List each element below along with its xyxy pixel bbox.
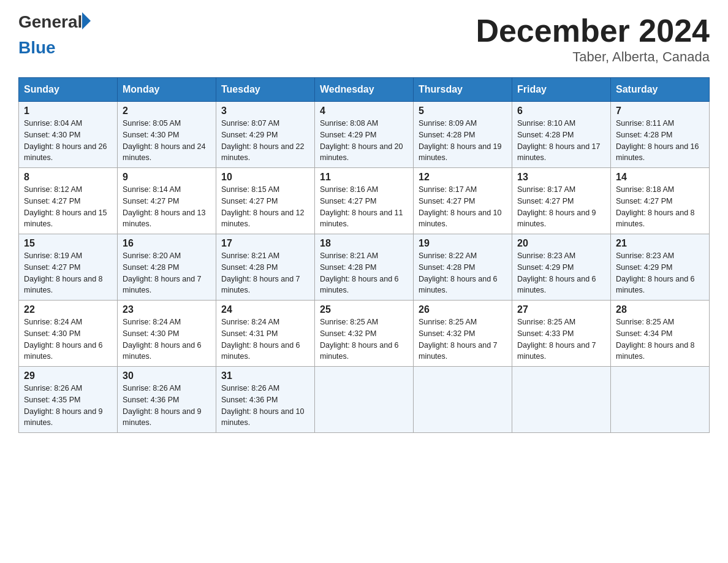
- day-number: 19: [419, 238, 507, 249]
- calendar-cell: 25 Sunrise: 8:25 AMSunset: 4:32 PMDaylig…: [315, 301, 414, 367]
- day-info: Sunrise: 8:26 AMSunset: 4:35 PMDaylight:…: [24, 384, 103, 427]
- day-info: Sunrise: 8:25 AMSunset: 4:34 PMDaylight:…: [616, 318, 695, 361]
- day-number: 22: [24, 304, 112, 315]
- day-number: 31: [221, 370, 309, 381]
- column-header-sunday: Sunday: [19, 78, 118, 102]
- day-number: 12: [419, 172, 507, 183]
- day-info: Sunrise: 8:21 AMSunset: 4:28 PMDaylight:…: [320, 251, 399, 294]
- logo-blue-text: Blue: [18, 38, 91, 58]
- day-info: Sunrise: 8:07 AMSunset: 4:29 PMDaylight:…: [221, 119, 305, 162]
- logo-general-text: General: [18, 12, 82, 32]
- day-number: 28: [616, 304, 704, 315]
- day-number: 21: [616, 238, 704, 249]
- page-header: General Blue December 2024 Taber, Albert…: [18, 12, 710, 65]
- day-info: Sunrise: 8:17 AMSunset: 4:27 PMDaylight:…: [419, 185, 502, 228]
- day-number: 13: [517, 172, 605, 183]
- calendar-cell: 26 Sunrise: 8:25 AMSunset: 4:32 PMDaylig…: [414, 301, 512, 367]
- calendar-cell: 30 Sunrise: 8:26 AMSunset: 4:36 PMDaylig…: [118, 367, 216, 433]
- day-number: 30: [123, 370, 211, 381]
- day-info: Sunrise: 8:25 AMSunset: 4:33 PMDaylight:…: [517, 318, 596, 361]
- calendar-cell: [611, 367, 710, 433]
- day-number: 27: [517, 304, 605, 315]
- calendar-cell: 7 Sunrise: 8:11 AMSunset: 4:28 PMDayligh…: [611, 102, 710, 168]
- calendar-cell: 24 Sunrise: 8:24 AMSunset: 4:31 PMDaylig…: [216, 301, 315, 367]
- calendar-cell: 29 Sunrise: 8:26 AMSunset: 4:35 PMDaylig…: [19, 367, 118, 433]
- logo: General Blue: [18, 12, 91, 58]
- week-row-3: 15 Sunrise: 8:19 AMSunset: 4:27 PMDaylig…: [19, 234, 710, 301]
- day-info: Sunrise: 8:08 AMSunset: 4:29 PMDaylight:…: [320, 119, 403, 162]
- calendar-cell: 3 Sunrise: 8:07 AMSunset: 4:29 PMDayligh…: [216, 102, 315, 168]
- column-header-tuesday: Tuesday: [216, 78, 315, 102]
- day-info: Sunrise: 8:21 AMSunset: 4:28 PMDaylight:…: [221, 251, 300, 294]
- calendar-cell: 21 Sunrise: 8:23 AMSunset: 4:29 PMDaylig…: [611, 234, 710, 301]
- calendar-cell: 11 Sunrise: 8:16 AMSunset: 4:27 PMDaylig…: [315, 168, 414, 234]
- day-number: 20: [517, 238, 605, 249]
- column-header-wednesday: Wednesday: [315, 78, 414, 102]
- day-number: 14: [616, 172, 704, 183]
- day-number: 10: [221, 172, 309, 183]
- day-info: Sunrise: 8:14 AMSunset: 4:27 PMDaylight:…: [123, 185, 206, 228]
- day-info: Sunrise: 8:16 AMSunset: 4:27 PMDaylight:…: [320, 185, 403, 228]
- calendar-cell: 4 Sunrise: 8:08 AMSunset: 4:29 PMDayligh…: [315, 102, 414, 168]
- day-info: Sunrise: 8:12 AMSunset: 4:27 PMDaylight:…: [24, 185, 107, 228]
- calendar-cell: 15 Sunrise: 8:19 AMSunset: 4:27 PMDaylig…: [19, 234, 118, 301]
- week-row-1: 1 Sunrise: 8:04 AMSunset: 4:30 PMDayligh…: [19, 102, 710, 168]
- day-number: 29: [24, 370, 112, 381]
- day-number: 2: [123, 105, 211, 117]
- day-number: 5: [419, 105, 507, 117]
- day-info: Sunrise: 8:24 AMSunset: 4:31 PMDaylight:…: [221, 318, 300, 361]
- calendar-table: SundayMondayTuesdayWednesdayThursdayFrid…: [18, 77, 710, 433]
- day-info: Sunrise: 8:04 AMSunset: 4:30 PMDaylight:…: [24, 119, 107, 162]
- calendar-cell: 20 Sunrise: 8:23 AMSunset: 4:29 PMDaylig…: [512, 234, 611, 301]
- calendar-cell: 1 Sunrise: 8:04 AMSunset: 4:30 PMDayligh…: [19, 102, 118, 168]
- calendar-cell: 17 Sunrise: 8:21 AMSunset: 4:28 PMDaylig…: [216, 234, 315, 301]
- calendar-cell: 8 Sunrise: 8:12 AMSunset: 4:27 PMDayligh…: [19, 168, 118, 234]
- calendar-cell: 27 Sunrise: 8:25 AMSunset: 4:33 PMDaylig…: [512, 301, 611, 367]
- calendar-cell: 22 Sunrise: 8:24 AMSunset: 4:30 PMDaylig…: [19, 301, 118, 367]
- week-row-4: 22 Sunrise: 8:24 AMSunset: 4:30 PMDaylig…: [19, 301, 710, 367]
- title-section: December 2024 Taber, Alberta, Canada: [476, 12, 710, 65]
- day-info: Sunrise: 8:22 AMSunset: 4:28 PMDaylight:…: [419, 251, 498, 294]
- day-info: Sunrise: 8:24 AMSunset: 4:30 PMDaylight:…: [123, 318, 202, 361]
- day-number: 17: [221, 238, 309, 249]
- day-number: 18: [320, 238, 408, 249]
- day-info: Sunrise: 8:15 AMSunset: 4:27 PMDaylight:…: [221, 185, 305, 228]
- day-info: Sunrise: 8:10 AMSunset: 4:28 PMDaylight:…: [517, 119, 601, 162]
- calendar-cell: 6 Sunrise: 8:10 AMSunset: 4:28 PMDayligh…: [512, 102, 611, 168]
- day-number: 8: [24, 172, 112, 183]
- day-number: 11: [320, 172, 408, 183]
- logo-arrow-icon: [82, 12, 91, 29]
- column-header-saturday: Saturday: [611, 78, 710, 102]
- calendar-cell: 12 Sunrise: 8:17 AMSunset: 4:27 PMDaylig…: [414, 168, 512, 234]
- column-header-thursday: Thursday: [414, 78, 512, 102]
- day-info: Sunrise: 8:23 AMSunset: 4:29 PMDaylight:…: [616, 251, 695, 294]
- day-info: Sunrise: 8:26 AMSunset: 4:36 PMDaylight:…: [123, 384, 202, 427]
- calendar-cell: 2 Sunrise: 8:05 AMSunset: 4:30 PMDayligh…: [118, 102, 216, 168]
- day-info: Sunrise: 8:25 AMSunset: 4:32 PMDaylight:…: [320, 318, 399, 361]
- day-number: 1: [24, 105, 112, 117]
- day-info: Sunrise: 8:20 AMSunset: 4:28 PMDaylight:…: [123, 251, 202, 294]
- calendar-cell: 13 Sunrise: 8:17 AMSunset: 4:27 PMDaylig…: [512, 168, 611, 234]
- day-number: 9: [123, 172, 211, 183]
- day-info: Sunrise: 8:18 AMSunset: 4:27 PMDaylight:…: [616, 185, 695, 228]
- week-row-5: 29 Sunrise: 8:26 AMSunset: 4:35 PMDaylig…: [19, 367, 710, 433]
- calendar-cell: 19 Sunrise: 8:22 AMSunset: 4:28 PMDaylig…: [414, 234, 512, 301]
- day-number: 23: [123, 304, 211, 315]
- location-subtitle: Taber, Alberta, Canada: [476, 49, 710, 65]
- day-info: Sunrise: 8:23 AMSunset: 4:29 PMDaylight:…: [517, 251, 596, 294]
- day-info: Sunrise: 8:19 AMSunset: 4:27 PMDaylight:…: [24, 251, 103, 294]
- day-number: 7: [616, 105, 704, 117]
- day-info: Sunrise: 8:17 AMSunset: 4:27 PMDaylight:…: [517, 185, 596, 228]
- calendar-cell: 16 Sunrise: 8:20 AMSunset: 4:28 PMDaylig…: [118, 234, 216, 301]
- day-info: Sunrise: 8:11 AMSunset: 4:28 PMDaylight:…: [616, 119, 699, 162]
- day-info: Sunrise: 8:26 AMSunset: 4:36 PMDaylight:…: [221, 384, 305, 427]
- calendar-cell: 23 Sunrise: 8:24 AMSunset: 4:30 PMDaylig…: [118, 301, 216, 367]
- day-number: 4: [320, 105, 408, 117]
- calendar-cell: 31 Sunrise: 8:26 AMSunset: 4:36 PMDaylig…: [216, 367, 315, 433]
- day-info: Sunrise: 8:25 AMSunset: 4:32 PMDaylight:…: [419, 318, 498, 361]
- day-number: 25: [320, 304, 408, 315]
- day-info: Sunrise: 8:09 AMSunset: 4:28 PMDaylight:…: [419, 119, 502, 162]
- week-row-2: 8 Sunrise: 8:12 AMSunset: 4:27 PMDayligh…: [19, 168, 710, 234]
- calendar-cell: 5 Sunrise: 8:09 AMSunset: 4:28 PMDayligh…: [414, 102, 512, 168]
- calendar-cell: 14 Sunrise: 8:18 AMSunset: 4:27 PMDaylig…: [611, 168, 710, 234]
